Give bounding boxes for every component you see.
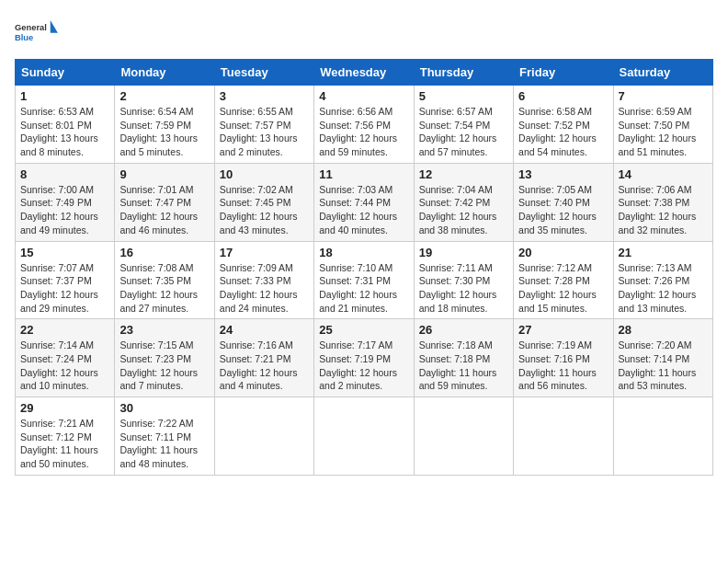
day-number: 11 (319, 167, 408, 181)
day-number: 19 (419, 246, 508, 259)
svg-text:General: General (15, 23, 47, 32)
calendar-cell: 2 Sunrise: 6:54 AM Sunset: 7:59 PM Dayli… (115, 86, 214, 164)
calendar-cell (314, 397, 414, 476)
calendar-cell: 12 Sunrise: 7:04 AM Sunset: 7:42 PM Dayl… (414, 163, 513, 241)
calendar-cell (613, 397, 712, 476)
day-info: Sunrise: 7:00 AM Sunset: 7:49 PM Dayligh… (20, 183, 109, 237)
logo-svg: General Blue (15, 15, 61, 52)
day-info: Sunrise: 7:15 AM Sunset: 7:23 PM Dayligh… (119, 339, 209, 393)
day-number: 12 (419, 167, 508, 181)
calendar-cell: 21 Sunrise: 7:13 AM Sunset: 7:26 PM Dayl… (613, 241, 712, 319)
logo: General Blue (15, 15, 61, 52)
day-info: Sunrise: 7:07 AM Sunset: 7:37 PM Dayligh… (20, 261, 109, 316)
calendar-cell: 6 Sunrise: 6:58 AM Sunset: 7:52 PM Dayli… (514, 86, 613, 164)
day-number: 26 (419, 323, 508, 337)
calendar-cell (414, 397, 513, 476)
day-number: 25 (319, 323, 408, 337)
day-number: 9 (119, 167, 209, 181)
day-info: Sunrise: 7:04 AM Sunset: 7:42 PM Dayligh… (419, 183, 508, 237)
day-number: 27 (518, 323, 608, 337)
calendar-cell: 7 Sunrise: 6:59 AM Sunset: 7:50 PM Dayli… (613, 86, 712, 164)
day-info: Sunrise: 7:10 AM Sunset: 7:31 PM Dayligh… (319, 261, 408, 316)
day-number: 5 (419, 89, 508, 103)
calendar-cell: 23 Sunrise: 7:15 AM Sunset: 7:23 PM Dayl… (115, 319, 214, 397)
calendar-cell: 30 Sunrise: 7:22 AM Sunset: 7:11 PM Dayl… (115, 397, 214, 476)
page-header: General Blue (15, 15, 713, 52)
day-number: 2 (119, 89, 209, 103)
day-number: 1 (20, 89, 109, 103)
day-info: Sunrise: 7:14 AM Sunset: 7:24 PM Dayligh… (20, 339, 109, 393)
day-info: Sunrise: 6:59 AM Sunset: 7:50 PM Dayligh… (619, 105, 708, 159)
calendar-table: SundayMondayTuesdayWednesdayThursdayFrid… (15, 59, 713, 476)
calendar-cell: 14 Sunrise: 7:06 AM Sunset: 7:38 PM Dayl… (613, 163, 712, 241)
calendar-cell (214, 397, 313, 476)
day-number: 4 (319, 89, 408, 103)
calendar-cell: 16 Sunrise: 7:08 AM Sunset: 7:35 PM Dayl… (115, 241, 214, 319)
day-number: 16 (119, 246, 209, 259)
day-info: Sunrise: 7:11 AM Sunset: 7:30 PM Dayligh… (419, 261, 508, 316)
day-info: Sunrise: 7:18 AM Sunset: 7:18 PM Dayligh… (419, 339, 508, 393)
calendar-cell: 9 Sunrise: 7:01 AM Sunset: 7:47 PM Dayli… (115, 163, 214, 241)
day-info: Sunrise: 7:02 AM Sunset: 7:45 PM Dayligh… (220, 183, 309, 237)
day-number: 14 (619, 167, 708, 181)
day-info: Sunrise: 7:20 AM Sunset: 7:14 PM Dayligh… (619, 339, 708, 393)
calendar-cell: 18 Sunrise: 7:10 AM Sunset: 7:31 PM Dayl… (314, 241, 414, 319)
calendar-cell: 20 Sunrise: 7:12 AM Sunset: 7:28 PM Dayl… (514, 241, 613, 319)
day-info: Sunrise: 7:03 AM Sunset: 7:44 PM Dayligh… (319, 183, 408, 237)
day-info: Sunrise: 7:05 AM Sunset: 7:40 PM Dayligh… (518, 183, 608, 237)
calendar-cell: 19 Sunrise: 7:11 AM Sunset: 7:30 PM Dayl… (414, 241, 513, 319)
day-number: 13 (518, 167, 608, 181)
day-info: Sunrise: 7:08 AM Sunset: 7:35 PM Dayligh… (119, 261, 209, 316)
day-info: Sunrise: 6:58 AM Sunset: 7:52 PM Dayligh… (518, 105, 608, 159)
weekday-header-thursday: Thursday (414, 60, 513, 86)
day-number: 23 (119, 323, 209, 337)
weekday-header-wednesday: Wednesday (314, 60, 414, 86)
weekday-header-friday: Friday (514, 60, 613, 86)
weekday-header-sunday: Sunday (16, 60, 115, 86)
day-info: Sunrise: 7:06 AM Sunset: 7:38 PM Dayligh… (619, 183, 708, 237)
calendar-cell: 11 Sunrise: 7:03 AM Sunset: 7:44 PM Dayl… (314, 163, 414, 241)
day-info: Sunrise: 6:57 AM Sunset: 7:54 PM Dayligh… (419, 105, 508, 159)
day-number: 18 (319, 246, 408, 259)
day-number: 29 (20, 401, 109, 415)
weekday-header-tuesday: Tuesday (214, 60, 313, 86)
day-number: 10 (220, 167, 309, 181)
calendar-cell (514, 397, 613, 476)
calendar-cell: 28 Sunrise: 7:20 AM Sunset: 7:14 PM Dayl… (613, 319, 712, 397)
day-number: 30 (119, 401, 209, 415)
day-info: Sunrise: 6:56 AM Sunset: 7:56 PM Dayligh… (319, 105, 408, 159)
day-number: 7 (619, 89, 708, 103)
calendar-cell: 29 Sunrise: 7:21 AM Sunset: 7:12 PM Dayl… (16, 397, 115, 476)
day-info: Sunrise: 6:53 AM Sunset: 8:01 PM Dayligh… (20, 105, 109, 159)
calendar-cell: 22 Sunrise: 7:14 AM Sunset: 7:24 PM Dayl… (16, 319, 115, 397)
svg-text:Blue: Blue (15, 33, 33, 42)
svg-marker-2 (51, 20, 58, 33)
day-number: 22 (20, 323, 109, 337)
calendar-cell: 3 Sunrise: 6:55 AM Sunset: 7:57 PM Dayli… (214, 86, 313, 164)
calendar-cell: 26 Sunrise: 7:18 AM Sunset: 7:18 PM Dayl… (414, 319, 513, 397)
day-info: Sunrise: 7:17 AM Sunset: 7:19 PM Dayligh… (319, 339, 408, 393)
calendar-cell: 25 Sunrise: 7:17 AM Sunset: 7:19 PM Dayl… (314, 319, 414, 397)
calendar-cell: 1 Sunrise: 6:53 AM Sunset: 8:01 PM Dayli… (16, 86, 115, 164)
day-info: Sunrise: 6:54 AM Sunset: 7:59 PM Dayligh… (119, 105, 209, 159)
day-number: 21 (619, 246, 708, 259)
calendar-cell: 4 Sunrise: 6:56 AM Sunset: 7:56 PM Dayli… (314, 86, 414, 164)
day-number: 24 (220, 323, 309, 337)
day-info: Sunrise: 7:16 AM Sunset: 7:21 PM Dayligh… (220, 339, 309, 393)
calendar-cell: 17 Sunrise: 7:09 AM Sunset: 7:33 PM Dayl… (214, 241, 313, 319)
calendar-cell: 27 Sunrise: 7:19 AM Sunset: 7:16 PM Dayl… (514, 319, 613, 397)
weekday-header-monday: Monday (115, 60, 214, 86)
calendar-cell: 24 Sunrise: 7:16 AM Sunset: 7:21 PM Dayl… (214, 319, 313, 397)
day-number: 3 (220, 89, 309, 103)
day-number: 15 (20, 246, 109, 259)
day-info: Sunrise: 7:22 AM Sunset: 7:11 PM Dayligh… (119, 417, 209, 471)
day-info: Sunrise: 7:01 AM Sunset: 7:47 PM Dayligh… (119, 183, 209, 237)
day-info: Sunrise: 7:19 AM Sunset: 7:16 PM Dayligh… (518, 339, 608, 393)
day-number: 28 (619, 323, 708, 337)
day-info: Sunrise: 7:12 AM Sunset: 7:28 PM Dayligh… (518, 261, 608, 316)
day-number: 17 (220, 246, 309, 259)
day-number: 20 (518, 246, 608, 259)
calendar-cell: 10 Sunrise: 7:02 AM Sunset: 7:45 PM Dayl… (214, 163, 313, 241)
day-number: 6 (518, 89, 608, 103)
calendar-cell: 5 Sunrise: 6:57 AM Sunset: 7:54 PM Dayli… (414, 86, 513, 164)
